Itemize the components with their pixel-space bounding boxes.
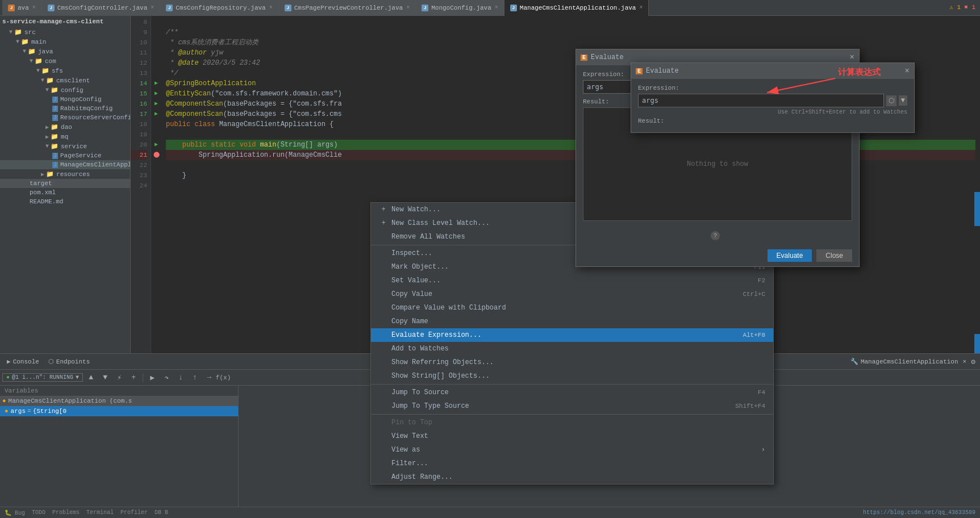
expand-input-button[interactable]: ⬡ bbox=[886, 95, 896, 106]
sidebar-item-readme[interactable]: README.md bbox=[0, 197, 130, 206]
evaluate-dialog-1-close[interactable]: × bbox=[850, 53, 854, 62]
warning-badge: ⚠ 1 bbox=[949, 3, 961, 11]
menu-item-show-string[interactable]: Show String[] Objects... bbox=[371, 369, 773, 383]
debug-btn-step-out[interactable]: ↑ bbox=[189, 371, 201, 384]
status-profiler[interactable]: Profiler bbox=[120, 509, 148, 516]
sidebar-item-resources[interactable]: ▶ 📁 resources bbox=[0, 169, 130, 179]
tab-close-1[interactable]: × bbox=[32, 5, 36, 11]
debug-btn-evaluate-expr[interactable]: f(x) bbox=[217, 371, 230, 384]
folder-icon-resources: 📁 bbox=[46, 170, 54, 178]
status-bug[interactable]: 🐛 Bug bbox=[5, 509, 25, 516]
java-icon-1: J bbox=[8, 5, 15, 11]
var-item-args[interactable]: ● args = {String[0 bbox=[0, 406, 238, 416]
expand-arrow-config: ▼ bbox=[45, 87, 49, 93]
expand-arrow-dao: ▶ bbox=[45, 124, 49, 131]
debug-session-tab[interactable]: 🔧 ManageCmsClientApplication × bbox=[846, 358, 971, 365]
sidebar-item-mq[interactable]: ▶ 📁 mq bbox=[0, 132, 130, 141]
folder-icon-src: 📁 bbox=[14, 28, 22, 36]
tab-label-5: MongoConfig.java bbox=[431, 5, 491, 11]
tab-cms-config-repo[interactable]: J CmsConfigRepository.java × bbox=[160, 0, 278, 16]
sidebar-item-pomxml[interactable]: pom.xml bbox=[0, 188, 130, 197]
sidebar-item-pageservice[interactable]: J PageService bbox=[0, 151, 130, 160]
tab-mongo-config[interactable]: J MongoConfig.java × bbox=[416, 0, 504, 16]
sidebar-item-cmsclient[interactable]: ▼ 📁 cmsclient bbox=[0, 76, 130, 85]
sidebar-item-java[interactable]: ▼ 📁 java bbox=[0, 47, 130, 56]
debug-btn-step-over[interactable]: ↷ bbox=[160, 371, 173, 384]
help-icon-1[interactable]: ? bbox=[711, 231, 720, 240]
menu-item-jump-to-source[interactable]: Jump To Source F4 bbox=[371, 386, 773, 399]
sidebar-item-sfs[interactable]: ▼ 📁 sfs bbox=[0, 66, 130, 76]
sidebar-item-mongoconfig[interactable]: J MongoConfig bbox=[0, 95, 130, 104]
expand-arrow-resources: ▶ bbox=[41, 171, 44, 178]
tab-close-2[interactable]: × bbox=[151, 5, 154, 11]
evaluate-button-1[interactable]: Evaluate bbox=[768, 249, 812, 262]
sidebar-item-com[interactable]: ▼ 📁 com bbox=[0, 56, 130, 66]
running-dropdown-arrow[interactable]: ▼ bbox=[76, 374, 79, 381]
tab-close-4[interactable]: × bbox=[406, 5, 410, 11]
tab-close-5[interactable]: × bbox=[495, 5, 498, 11]
status-terminal[interactable]: Terminal bbox=[86, 509, 114, 516]
sidebar-item-dao[interactable]: ▶ 📁 dao bbox=[0, 122, 130, 132]
sidebar-label-rabbitmq: RabbitmqConfig bbox=[60, 105, 112, 112]
annotation-label: 计算表达式 bbox=[838, 67, 881, 78]
menu-item-pin-to-top[interactable]: Pin to Top bbox=[371, 416, 773, 429]
bottom-tab-endpoints[interactable]: ⬡ Endpoints bbox=[44, 354, 94, 370]
bottom-tab-console[interactable]: ▶ Console bbox=[2, 354, 44, 370]
debug-btn-resume[interactable]: ▶ bbox=[146, 371, 159, 384]
new-watch-icon: + bbox=[379, 206, 388, 214]
sidebar-item-main[interactable]: ▼ 📁 main bbox=[0, 37, 130, 47]
menu-item-adjust-range[interactable]: Adjust Range... bbox=[371, 470, 773, 484]
menu-item-view-as[interactable]: View as › bbox=[371, 443, 773, 457]
debug-btn-step-in[interactable]: ↓ bbox=[174, 371, 187, 384]
frame-selector[interactable]: ● ManageCmsClientApplication (com.s bbox=[0, 396, 238, 406]
tab-cms-config-controller[interactable]: J CmsConfigController.java × bbox=[42, 0, 160, 16]
menu-item-add-watches[interactable]: Add to Watches bbox=[371, 342, 773, 356]
sidebar-item-manage-app[interactable]: J ManageCmsClientApplicatic bbox=[0, 160, 130, 169]
menu-item-copy-name[interactable]: Copy Name bbox=[371, 315, 773, 328]
tab-cms-page-preview[interactable]: J CmsPagePreviewController.java × bbox=[279, 0, 416, 16]
evaluate-dialog-1-buttons: Evaluate Close bbox=[576, 245, 859, 266]
sidebar-item-target[interactable]: target bbox=[0, 179, 130, 188]
gear-icon[interactable]: ⚙ bbox=[971, 357, 980, 366]
status-url[interactable]: https://blog.csdn.net/qq_43633589 bbox=[863, 509, 975, 516]
menu-item-evaluate-expression[interactable]: Evaluate Expression... Alt+F8 bbox=[371, 328, 773, 342]
scrollbar-indicator[interactable] bbox=[974, 192, 980, 226]
evaluate-dialog-2-close[interactable]: × bbox=[905, 66, 910, 76]
tab-ava[interactable]: J ava × bbox=[2, 0, 42, 16]
sidebar-item-rabbitmq[interactable]: J RabbitmqConfig bbox=[0, 104, 130, 113]
evaluate-dialog-2-expression-input[interactable] bbox=[638, 94, 884, 107]
expand-arrow-cmsclient: ▼ bbox=[41, 77, 44, 83]
debug-session-close[interactable]: × bbox=[963, 358, 967, 365]
debug-btn-down[interactable]: ▼ bbox=[99, 371, 111, 384]
folder-icon-main: 📁 bbox=[21, 38, 29, 45]
sidebar-item-service[interactable]: ▼ 📁 service bbox=[0, 141, 130, 151]
status-todo[interactable]: TODO bbox=[32, 509, 45, 516]
tab-close-6[interactable]: × bbox=[639, 5, 643, 11]
debug-btn-filter[interactable]: ⚡ bbox=[113, 371, 126, 384]
tab-close-3[interactable]: × bbox=[269, 5, 273, 11]
menu-item-compare-clipboard[interactable]: Compare Value with Clipboard bbox=[371, 301, 773, 315]
sidebar-item-src[interactable]: ▼ 📁 src bbox=[0, 27, 130, 37]
debug-btn-add[interactable]: + bbox=[127, 371, 140, 384]
debug-btn-up[interactable]: ▲ bbox=[85, 371, 97, 384]
menu-item-jump-to-type[interactable]: Jump To Type Source Shift+F4 bbox=[371, 399, 773, 413]
menu-item-set-value[interactable]: Set Value... F2 bbox=[371, 274, 773, 287]
evaluate-dialog-1-icon: E bbox=[581, 55, 587, 61]
debug-btn-run-cursor[interactable]: → bbox=[203, 371, 215, 384]
dropdown-arrow-button[interactable]: ▼ bbox=[899, 95, 907, 106]
menu-item-copy-value[interactable]: Copy Value Ctrl+C bbox=[371, 287, 773, 301]
evaluate-dialog-1-question: ? bbox=[576, 227, 859, 245]
new-class-watch-icon: + bbox=[379, 219, 388, 227]
close-button-1[interactable]: Close bbox=[816, 249, 852, 262]
status-problems[interactable]: Problems bbox=[52, 509, 80, 516]
menu-item-view-text[interactable]: View Text bbox=[371, 429, 773, 443]
running-badge[interactable]: ● @1 i...n": RUNNING ▼ bbox=[2, 373, 83, 382]
sidebar-item-config[interactable]: ▼ 📁 config bbox=[0, 85, 130, 95]
status-db[interactable]: DB B bbox=[155, 509, 168, 516]
menu-item-show-referring[interactable]: Show Referring Objects... bbox=[371, 356, 773, 369]
debug-session-icon: 🔧 bbox=[850, 358, 858, 365]
menu-item-filter[interactable]: Filter... bbox=[371, 457, 773, 470]
sidebar-item-resourceserver[interactable]: J ResourceServerConfig bbox=[0, 113, 130, 122]
tab-manage-cms[interactable]: J ManageCmsClientApplication.java × bbox=[504, 0, 649, 16]
sidebar-label-service: service bbox=[61, 143, 87, 150]
